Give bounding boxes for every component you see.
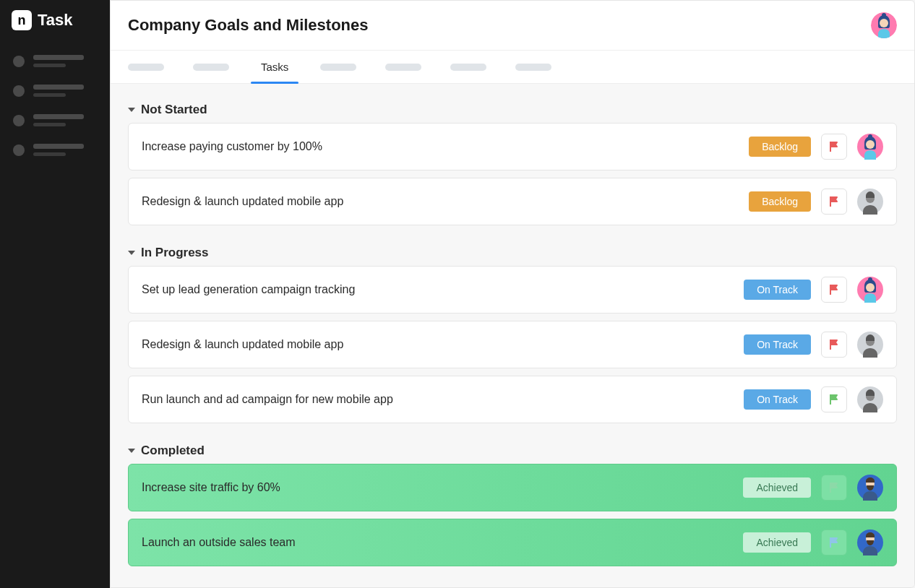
task-title: Increase site traffic by 60% [142, 481, 733, 494]
status-badge[interactable]: Achieved [743, 477, 811, 498]
task-row[interactable]: Launch an outside sales teamAchieved [128, 519, 897, 566]
header: Company Goals and Milestones [111, 1, 914, 51]
status-badge[interactable]: On Track [744, 280, 811, 300]
task-row[interactable]: Increase paying customer by 100%Backlog [128, 123, 897, 170]
assignee-avatar[interactable] [857, 277, 883, 303]
svg-point-5 [868, 134, 872, 139]
task-row[interactable]: Run launch and ad campaign for new mobil… [128, 376, 897, 423]
assignee-avatar[interactable] [857, 332, 883, 358]
flag-button[interactable] [821, 475, 847, 501]
svg-point-9 [866, 283, 875, 292]
section-title: Cancelled [141, 587, 199, 587]
caret-down-icon [128, 108, 135, 112]
section-in-progress: In ProgressSet up lead generation campai… [128, 240, 897, 423]
svg-point-4 [866, 140, 875, 149]
flag-button[interactable] [821, 332, 847, 358]
task-title: Redesign & launch updated mobile app [142, 338, 734, 351]
task-title: Launch an outside sales team [142, 536, 733, 549]
section-completed: CompletedIncrease site traffic by 60%Ach… [128, 438, 897, 566]
tab-tasks[interactable]: Tasks [258, 51, 291, 83]
svg-point-2 [882, 13, 886, 17]
task-row[interactable]: Set up lead generation campaign tracking… [128, 266, 897, 314]
caret-down-icon [128, 449, 135, 453]
status-badge[interactable]: On Track [744, 389, 811, 410]
task-title: Set up lead generation campaign tracking [142, 283, 734, 296]
section-title: Completed [141, 444, 205, 458]
status-badge[interactable]: Achieved [743, 532, 811, 553]
nav-list [0, 40, 110, 170]
svg-point-10 [868, 277, 872, 282]
nav-item[interactable] [0, 144, 110, 156]
section-title: Not Started [141, 103, 207, 117]
section-header[interactable]: Completed [128, 438, 897, 464]
tab-placeholder[interactable] [320, 64, 356, 71]
app-name: Task [38, 11, 73, 30]
section-not-started: Not StartedIncrease paying customer by 1… [128, 97, 897, 225]
flag-button[interactable] [821, 529, 847, 555]
assignee-avatar[interactable] [857, 475, 883, 501]
status-badge[interactable]: On Track [744, 334, 811, 355]
tab-placeholder[interactable] [193, 64, 229, 71]
assignee-avatar[interactable] [857, 386, 883, 412]
user-avatar[interactable] [871, 12, 897, 38]
tab-placeholder[interactable] [128, 64, 164, 71]
sidebar: n Task [0, 0, 110, 588]
status-badge[interactable]: Backlog [749, 137, 811, 157]
nav-item[interactable] [0, 114, 110, 126]
section-header[interactable]: Cancelled [128, 581, 897, 587]
caret-down-icon [128, 251, 135, 255]
assignee-avatar[interactable] [857, 134, 883, 160]
section-header[interactable]: Not Started [128, 97, 897, 123]
app-logo[interactable]: n Task [0, 0, 110, 40]
section-header[interactable]: In Progress [128, 240, 897, 266]
assignee-avatar[interactable] [857, 529, 883, 555]
assignee-avatar[interactable] [857, 189, 883, 215]
nav-item[interactable] [0, 55, 110, 67]
flag-button[interactable] [821, 134, 847, 160]
task-row[interactable]: Increase site traffic by 60%Achieved [128, 464, 897, 511]
section-title: In Progress [141, 246, 209, 260]
tab-placeholder[interactable] [385, 64, 421, 71]
task-row[interactable]: Redesign & launch updated mobile appOn T… [128, 321, 897, 368]
tab-placeholder[interactable] [450, 64, 486, 71]
task-title: Increase paying customer by 100% [142, 140, 739, 153]
tabs-bar: Tasks [111, 51, 914, 84]
logo-icon: n [12, 10, 32, 30]
task-title: Redesign & launch updated mobile app [142, 195, 739, 208]
flag-button[interactable] [821, 277, 847, 303]
svg-point-1 [880, 19, 888, 27]
task-row[interactable]: Redesign & launch updated mobile appBack… [128, 178, 897, 225]
task-list-content: Not StartedIncrease paying customer by 1… [111, 84, 914, 587]
main-content: Company Goals and Milestones Tasks Not S… [110, 0, 915, 588]
flag-button[interactable] [821, 386, 847, 412]
tab-placeholder[interactable] [515, 64, 551, 71]
page-title: Company Goals and Milestones [128, 16, 369, 35]
nav-item[interactable] [0, 85, 110, 97]
status-badge[interactable]: Backlog [749, 191, 811, 212]
task-title: Run launch and ad campaign for new mobil… [142, 393, 734, 406]
flag-button[interactable] [821, 189, 847, 215]
section-cancelled: CancelledReceive >95% positive customer … [128, 581, 897, 587]
